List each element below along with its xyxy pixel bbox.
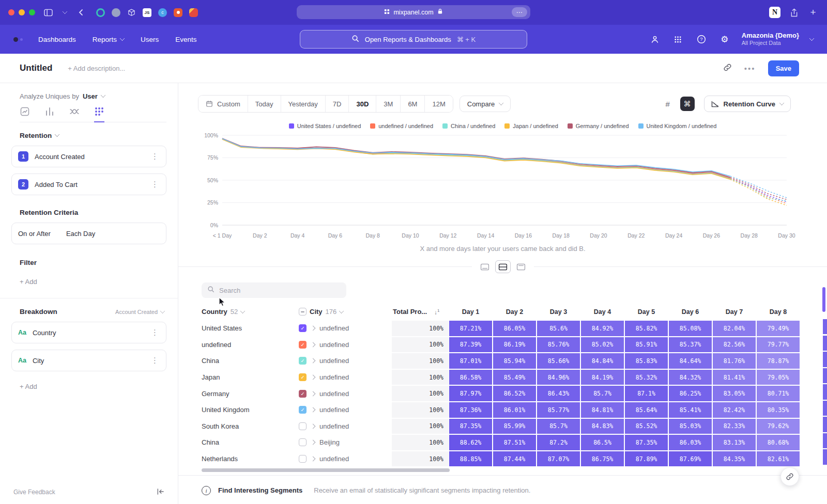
more-options-icon[interactable]: ••• [744, 64, 756, 73]
day-cell[interactable]: 86.5% [581, 435, 624, 450]
day-cell[interactable]: 84.35% [713, 451, 756, 467]
save-button[interactable]: Save [768, 60, 799, 76]
day-cell[interactable]: 79.62% [757, 419, 800, 434]
day-cell[interactable]: 85.66% [537, 353, 580, 369]
expand-chevron-icon[interactable] [311, 342, 316, 347]
day-cell[interactable]: 84.81% [581, 402, 624, 418]
new-tab-icon[interactable]: + [807, 7, 819, 18]
day-cell[interactable]: 80.68% [757, 435, 800, 450]
view-chart-and-table-button[interactable] [495, 260, 511, 273]
footer-title[interactable]: Find Interesting Segments [218, 486, 302, 494]
day-cell[interactable]: 87.35% [625, 435, 668, 450]
legend-item[interactable]: undefined / undefined [370, 123, 433, 129]
day-cell[interactable]: 88.62% [449, 435, 492, 450]
chevron-down-icon[interactable] [59, 7, 70, 18]
row-checkbox[interactable] [299, 438, 307, 446]
country-cell[interactable]: Japan [202, 369, 299, 386]
day-cell[interactable]: 86.03% [669, 435, 712, 450]
tab-insights[interactable] [20, 106, 30, 122]
day-cell[interactable]: 81.76% [713, 353, 756, 369]
country-cell[interactable]: Germany [202, 385, 299, 402]
expand-chevron-icon[interactable] [311, 375, 316, 380]
day-cell[interactable]: 85.7% [537, 419, 580, 434]
day-column-header[interactable]: Day 6 [668, 308, 712, 316]
collapse-sidebar-icon[interactable] [157, 488, 164, 497]
expand-chevron-icon[interactable] [311, 456, 316, 462]
sort-icon[interactable]: ↓1 [434, 308, 439, 316]
date-range-6m[interactable]: 6M [400, 96, 424, 112]
give-feedback-link[interactable]: Give Feedback [13, 489, 55, 496]
day-cell[interactable]: 87.51% [493, 435, 536, 450]
day-cell[interactable]: 86.52% [493, 386, 536, 401]
view-table-only-button[interactable] [513, 260, 529, 273]
date-range-12m[interactable]: 12M [424, 96, 452, 112]
step-options-icon[interactable]: ⋮ [151, 152, 160, 161]
day-cell[interactable]: 79.49% [757, 321, 800, 336]
tab-funnels[interactable] [44, 106, 55, 122]
table-search[interactable] [202, 282, 346, 298]
country-cell[interactable]: China [202, 353, 299, 369]
breakdown-card-country[interactable]: Aa Country ⋮ [11, 322, 166, 343]
day-cell[interactable]: 85.02% [581, 337, 624, 353]
share-link-fab[interactable] [780, 467, 799, 486]
help-icon[interactable]: ? [695, 33, 708, 45]
tab-flows[interactable] [69, 106, 80, 122]
day-cell[interactable]: 87.01% [449, 353, 492, 369]
day-cell[interactable]: 85.03% [669, 419, 712, 434]
day-cell[interactable]: 85.52% [625, 419, 668, 434]
day-cell[interactable]: 85.94% [493, 353, 536, 369]
minimize-window-button[interactable] [19, 9, 25, 15]
nav-reports[interactable]: Reports [93, 36, 124, 43]
day-cell[interactable]: 87.35% [449, 419, 492, 434]
day-cell[interactable]: 86.43% [537, 386, 580, 401]
expand-chevron-icon[interactable] [311, 423, 316, 429]
legend-item[interactable]: United States / undefined [289, 123, 361, 129]
day-cell[interactable]: 80.35% [757, 402, 800, 418]
add-filter-button[interactable]: + Add [20, 278, 166, 286]
add-description[interactable]: + Add description... [68, 65, 125, 72]
breakdown-scope-selector[interactable]: Account Created [115, 309, 164, 315]
day-cell[interactable]: 84.83% [581, 419, 624, 434]
address-bar[interactable]: mixpanel.com ⋯ [297, 5, 530, 19]
day-cell[interactable]: 85.82% [625, 321, 668, 336]
city-column-header[interactable]: City176 [299, 308, 392, 316]
day-cell[interactable]: 87.1% [625, 386, 668, 401]
row-checkbox[interactable]: ✓ [299, 406, 307, 414]
zoom-window-button[interactable] [29, 9, 35, 15]
analyze-uniques-selector[interactable]: Analyze Uniques byUser [20, 92, 166, 100]
day-column-header[interactable]: Day 3 [537, 308, 580, 316]
day-cell[interactable]: 85.77% [537, 402, 580, 418]
day-cell[interactable]: 85.37% [669, 337, 712, 353]
back-icon[interactable] [75, 7, 87, 18]
country-cell[interactable]: Netherlands [202, 451, 299, 467]
chart-type-dropdown[interactable]: Retention Curve [704, 96, 791, 112]
day-cell[interactable]: 85.76% [537, 337, 580, 353]
legend-item[interactable]: Japan / undefined [504, 123, 558, 129]
row-checkbox[interactable]: ✓ [299, 373, 307, 381]
date-range-today[interactable]: Today [248, 96, 281, 112]
day-cell[interactable]: 82.04% [713, 321, 756, 336]
day-cell[interactable]: 86.58% [449, 370, 492, 385]
mixpanel-logo-icon[interactable] [13, 37, 23, 42]
day-cell[interactable]: 86.01% [493, 402, 536, 418]
notion-icon[interactable]: N [769, 7, 780, 18]
pinned-tab-2-icon[interactable] [112, 8, 120, 17]
day-cell[interactable]: 85.64% [625, 402, 668, 418]
page-title[interactable]: Untitled [20, 63, 52, 73]
day-cell[interactable]: 84.19% [581, 370, 624, 385]
pinned-tab-js-icon[interactable]: JS [143, 8, 151, 17]
nav-events[interactable]: Events [175, 36, 196, 43]
value-format-number-button[interactable]: # [661, 97, 675, 111]
day-cell[interactable]: 87.89% [625, 451, 668, 467]
date-range-custom[interactable]: Custom [198, 96, 248, 112]
pinned-tab-cube-icon[interactable] [127, 8, 136, 17]
day-cell[interactable]: 84.84% [581, 353, 624, 369]
day-cell[interactable]: 85.49% [493, 370, 536, 385]
date-range-7d[interactable]: 7D [325, 96, 349, 112]
day-cell[interactable]: 87.36% [449, 402, 492, 418]
day-cell[interactable]: 84.64% [669, 353, 712, 369]
legend-item[interactable]: United Kingdom / undefined [638, 123, 717, 129]
value-format-percent-button[interactable]: ⌘ [680, 97, 695, 111]
row-checkbox[interactable]: ✓ [299, 324, 307, 332]
pinned-tab-6-icon[interactable] [174, 8, 182, 17]
